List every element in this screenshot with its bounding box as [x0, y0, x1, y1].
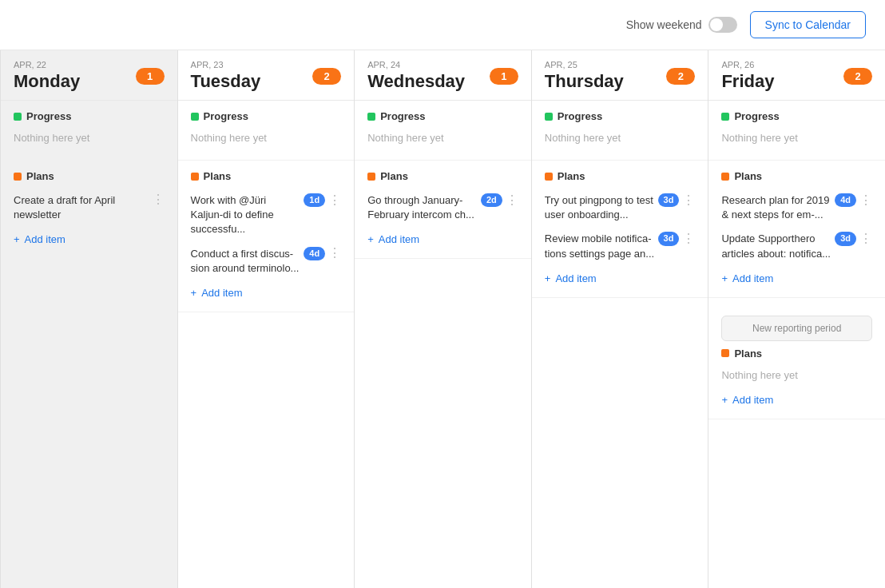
dot-orange-friday-plans	[721, 173, 729, 181]
task-text: Research plan for 2019 & next steps for …	[721, 193, 831, 222]
task-more-button[interactable]: ⋮	[859, 232, 872, 245]
add-item-button-monday-plans[interactable]: +Add item	[14, 227, 165, 248]
section-friday-progress: ProgressNothing here yet	[708, 101, 885, 161]
day-date-tuesday: APR, 23	[191, 60, 261, 70]
day-col-friday: APR, 26Friday2ProgressNothing here yetPl…	[708, 50, 885, 588]
section-header-wednesday-plans: Plans	[367, 170, 518, 182]
nothing-text-thursday-progress: Nothing here yet	[545, 129, 696, 150]
dot-green-friday-progress	[721, 113, 729, 121]
day-col-monday: APR, 22Monday1ProgressNothing here yetPl…	[1, 50, 177, 588]
dot-green-tuesday-progress	[191, 113, 199, 121]
nothing-text-monday-progress: Nothing here yet	[14, 129, 165, 150]
section-label-tuesday-plans: Plans	[204, 170, 232, 182]
task-text: Work with @Jüri Kaljun-di to define succ…	[191, 193, 301, 237]
day-date-thursday: APR, 25	[545, 60, 624, 70]
toggle-knob	[710, 18, 723, 31]
add-item-button-friday-extra[interactable]: +Add item	[721, 387, 872, 409]
add-item-label: Add item	[25, 233, 65, 245]
nothing-text-wednesday-progress: Nothing here yet	[367, 129, 518, 150]
day-header-monday: APR, 22Monday1	[1, 50, 177, 101]
task-meta: ⋮	[152, 193, 165, 206]
dot-orange-tuesday-plans	[191, 173, 199, 181]
list-item: Review mobile notifica-tions settings pa…	[545, 227, 696, 265]
sync-to-calendar-button[interactable]: Sync to Calendar	[750, 11, 866, 38]
section-monday-plans: PlansCreate a draft for April newsletter…	[1, 161, 177, 259]
show-weekend-label: Show weekend	[626, 18, 702, 31]
section-label-thursday-plans: Plans	[558, 170, 585, 182]
section-friday-plans-extra: New reporting periodPlansNothing here ye…	[708, 298, 885, 419]
day-name-friday: Friday	[721, 71, 774, 92]
section-label-wednesday-progress: Progress	[380, 110, 425, 122]
show-weekend-control: Show weekend	[626, 17, 737, 33]
section-header-tuesday-progress: Progress	[191, 110, 342, 122]
section-label-thursday-progress: Progress	[558, 110, 602, 122]
task-day-chip: 4d	[304, 247, 325, 260]
task-day-chip: 3d	[658, 232, 680, 245]
list-item: Research plan for 2019 & next steps for …	[721, 189, 872, 227]
add-item-label: Add item	[732, 394, 773, 406]
list-item: Go through January-February intercom ch.…	[367, 189, 518, 227]
task-more-button[interactable]: ⋮	[682, 232, 695, 245]
section-label-friday-extra: Plans	[734, 348, 762, 360]
task-text: Create a draft for April newsletter	[14, 193, 149, 222]
task-meta: 3d⋮	[658, 193, 696, 207]
plus-icon: +	[367, 233, 374, 245]
day-badge-tuesday: 2	[312, 68, 341, 85]
section-header-thursday-progress: Progress	[545, 110, 696, 122]
task-more-button[interactable]: ⋮	[328, 194, 341, 207]
section-label-monday-plans: Plans	[26, 170, 54, 182]
day-badge-thursday: 2	[666, 68, 695, 85]
day-name-thursday: Thursday	[545, 71, 624, 92]
task-more-button[interactable]: ⋮	[682, 194, 695, 207]
add-item-button-tuesday-plans[interactable]: +Add item	[191, 280, 342, 302]
add-item-label: Add item	[379, 233, 419, 245]
task-text: Go through January-February intercom ch.…	[367, 193, 478, 222]
dot-green-wednesday-progress	[367, 113, 375, 121]
plus-icon: +	[14, 233, 20, 245]
task-more-button[interactable]: ⋮	[506, 194, 518, 207]
day-col-wednesday: APR, 24Wednesday1ProgressNothing here ye…	[355, 50, 531, 588]
section-label-monday-progress: Progress	[26, 110, 71, 122]
section-header-monday-progress: Progress	[14, 110, 165, 122]
day-col-tuesday: APR, 23Tuesday2ProgressNothing here yetP…	[178, 50, 355, 588]
add-item-label: Add item	[732, 272, 773, 284]
section-header-friday-progress: Progress	[721, 110, 872, 122]
day-date-wednesday: APR, 24	[367, 60, 465, 70]
day-date-friday: APR, 26	[721, 60, 774, 70]
day-date-monday: APR, 22	[14, 60, 80, 70]
list-item: Create a draft for April newsletter⋮	[14, 189, 165, 227]
plus-icon: +	[545, 272, 551, 284]
section-tuesday-progress: ProgressNothing here yet	[178, 101, 355, 161]
task-day-chip: 3d	[835, 232, 856, 245]
task-day-chip: 3d	[658, 193, 680, 207]
section-label-friday-plans: Plans	[734, 170, 762, 182]
section-thursday-plans: PlansTry out pingpong to test user onboa…	[532, 161, 708, 298]
calendar-grid: APR, 22Monday1ProgressNothing here yetPl…	[0, 50, 885, 588]
day-name-wednesday: Wednesday	[367, 71, 465, 92]
task-more-button[interactable]: ⋮	[152, 193, 165, 206]
section-header-tuesday-plans: Plans	[191, 170, 342, 182]
section-wednesday-progress: ProgressNothing here yet	[355, 101, 531, 161]
plus-icon: +	[721, 272, 728, 284]
section-header-wednesday-progress: Progress	[367, 110, 518, 122]
add-item-button-wednesday-plans[interactable]: +Add item	[367, 227, 518, 248]
task-day-chip: 4d	[835, 193, 856, 207]
section-friday-plans: PlansResearch plan for 2019 & next steps…	[708, 161, 885, 298]
task-text: Try out pingpong to test user onboarding…	[545, 193, 655, 222]
dot-orange-monday-plans	[14, 173, 22, 181]
day-name-tuesday: Tuesday	[191, 71, 261, 92]
task-more-button[interactable]: ⋮	[859, 194, 872, 207]
section-wednesday-plans: PlansGo through January-February interco…	[355, 161, 531, 259]
plus-icon: +	[721, 394, 728, 406]
task-text: Conduct a first discus-sion around termi…	[191, 247, 301, 276]
task-meta: 3d⋮	[658, 232, 696, 245]
show-weekend-toggle[interactable]	[708, 17, 737, 33]
task-day-chip: 2d	[481, 193, 502, 207]
section-header-friday-plans: Plans	[721, 170, 872, 182]
task-more-button[interactable]: ⋮	[328, 247, 341, 260]
add-item-label: Add item	[555, 272, 596, 284]
list-item: Update Supporthero articles about: notif…	[721, 227, 872, 265]
add-item-label: Add item	[201, 287, 242, 299]
add-item-button-thursday-plans[interactable]: +Add item	[545, 266, 696, 288]
add-item-button-friday-plans[interactable]: +Add item	[721, 266, 872, 288]
